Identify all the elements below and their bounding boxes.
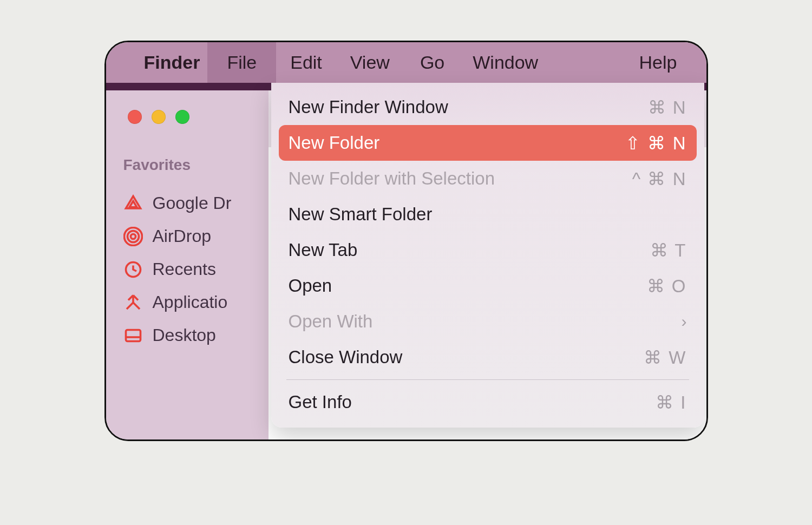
menu-item-label: Open With (289, 311, 373, 332)
menu-item-shortcut: ⌘ O (647, 275, 687, 297)
fullscreen-icon[interactable] (175, 110, 189, 124)
minimize-icon[interactable] (152, 110, 166, 124)
menu-item-label: Open (289, 275, 332, 296)
menu-item-shortcut: ⌘ N (648, 97, 687, 118)
menu-go[interactable]: Go (406, 42, 459, 83)
menu-item-label: New Finder Window (289, 97, 448, 117)
menu-item-shortcut: ⇧ ⌘ N (625, 133, 686, 154)
menu-view[interactable]: View (336, 42, 404, 83)
menu-item-label: New Folder with Selection (289, 168, 495, 189)
menu-help[interactable]: Help (625, 42, 691, 83)
menu-file[interactable]: File (207, 42, 276, 83)
close-icon[interactable] (128, 110, 142, 124)
screenshot-frame: Finder File Edit View Go Window Help Fav… (104, 41, 708, 441)
menu-item-shortcut: ⌘ I (656, 392, 686, 413)
sidebar-item-label: Applicatio (153, 292, 228, 312)
menu-item-label: New Folder (289, 133, 380, 153)
desktop-icon (123, 326, 143, 345)
menu-item-get-info[interactable]: Get Info ⌘ I (279, 384, 697, 420)
app-name[interactable]: Finder (144, 52, 200, 73)
chevron-right-icon: › (682, 312, 687, 331)
menu-item-new-finder-window[interactable]: New Finder Window ⌘ N (279, 89, 697, 125)
menu-edit[interactable]: Edit (276, 42, 336, 83)
menu-item-shortcut: ^ ⌘ N (632, 168, 687, 189)
menu-item-new-tab[interactable]: New Tab ⌘ T (279, 232, 697, 268)
sidebar-item-airdrop[interactable]: AirDrop (106, 220, 269, 253)
svg-point-1 (127, 231, 139, 242)
recents-icon (123, 260, 143, 279)
svg-rect-4 (126, 330, 140, 341)
menu-item-new-folder-selection: New Folder with Selection ^ ⌘ N (279, 161, 697, 196)
menu-item-label: New Smart Folder (289, 204, 433, 225)
sidebar-item-label: Recents (153, 259, 216, 279)
menu-item-label: New Tab (289, 240, 358, 260)
sidebar-item-google-drive[interactable]: Google Dr (106, 187, 269, 220)
sidebar-item-recents[interactable]: Recents (106, 253, 269, 286)
sidebar-item-applications[interactable]: Applicatio (106, 286, 269, 319)
menu-item-label: Close Window (289, 347, 403, 368)
menu-item-open[interactable]: Open ⌘ O (279, 268, 697, 304)
svg-point-0 (130, 234, 135, 239)
menu-separator (286, 379, 689, 380)
applications-icon (123, 293, 143, 312)
google-drive-icon (123, 194, 143, 213)
menubar: Finder File Edit View Go Window Help (106, 42, 706, 83)
sidebar-item-label: Google Dr (153, 193, 232, 213)
sidebar: Favorites Google Dr AirDrop Recents (106, 90, 269, 439)
menu-item-label: Get Info (289, 392, 352, 412)
sidebar-item-desktop[interactable]: Desktop (106, 319, 269, 352)
menu-item-shortcut: ⌘ T (650, 240, 687, 261)
airdrop-icon (123, 227, 143, 246)
file-menu-dropdown: New Finder Window ⌘ N New Folder ⇧ ⌘ N N… (271, 83, 704, 428)
menu-item-close-window[interactable]: Close Window ⌘ W (279, 339, 697, 375)
sidebar-item-label: Desktop (153, 325, 216, 345)
window-controls (106, 110, 269, 124)
menu-window[interactable]: Window (459, 42, 552, 83)
sidebar-item-label: AirDrop (153, 226, 211, 246)
menu-item-new-folder[interactable]: New Folder ⇧ ⌘ N (279, 125, 697, 161)
menu-item-open-with: Open With › (279, 304, 697, 339)
menu-item-shortcut: ⌘ W (644, 347, 686, 368)
sidebar-heading: Favorites (106, 156, 269, 174)
menu-item-new-smart-folder[interactable]: New Smart Folder (279, 196, 697, 232)
